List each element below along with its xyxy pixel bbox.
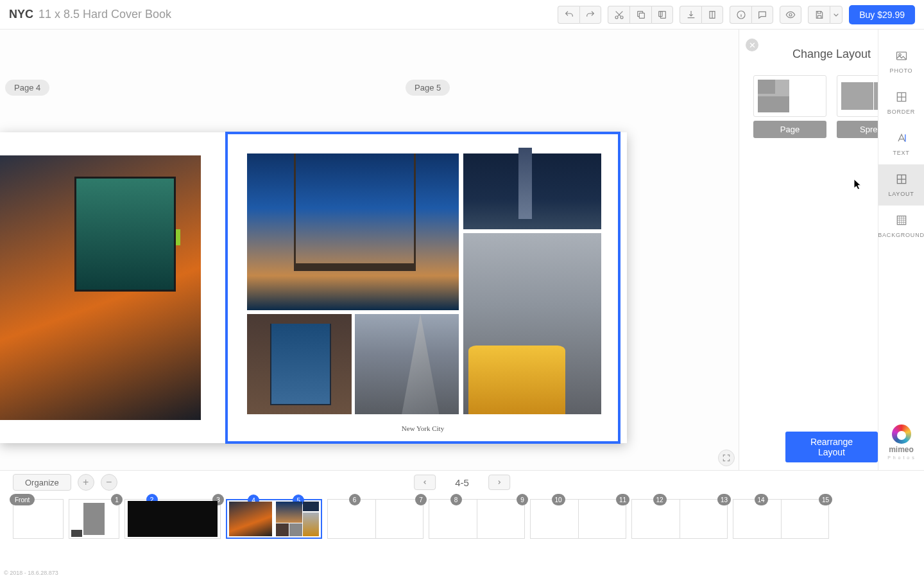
page-label-left: Page 4 [5,80,49,96]
page-4[interactable] [0,132,229,443]
remove-page-button[interactable]: − [101,474,117,491]
project-name: NYC [9,8,33,21]
footer-copyright: © 2018 - 18.6.28.873 [4,570,58,576]
rail-text-label: TEXT [893,150,909,156]
filmstrip: Organize + − 4-5 Front 1 2 3 4 5 67 89 1… [0,470,924,578]
chat-button[interactable] [751,6,773,24]
editor-canvas[interactable]: Page 4 Page 5 New York City [0,30,739,470]
background-icon [895,214,908,228]
page-caption[interactable]: New York City [228,425,618,432]
thumb-badge: 11 [616,494,629,505]
thumb-badge: 9 [517,494,528,505]
rail-layout-label: LAYOUT [888,191,914,197]
photo-street-taxis[interactable] [463,233,601,414]
copy-button[interactable] [629,6,651,24]
close-panel-button[interactable]: ✕ [746,39,758,51]
brand-name: mimeo [889,445,914,454]
brand-sub: P h o t o s [887,455,914,460]
rail-background-label: BACKGROUND [878,232,924,238]
layout-page-label: Page [753,121,826,138]
thumb-badge: Front [10,494,35,505]
preview-button[interactable] [780,6,801,24]
next-spread-button[interactable] [488,475,510,490]
thumb-badge: 8 [450,494,462,505]
undo-button[interactable] [558,6,579,24]
rail-border[interactable]: BORDER [878,82,925,123]
thumb-badge: 13 [717,494,731,505]
save-menu-button[interactable] [830,6,843,24]
rail-photo[interactable]: PHOTO [878,41,925,82]
layout-option-page[interactable]: Page [753,75,826,138]
layout-icon [895,173,908,187]
thumb-badge: 10 [552,494,565,505]
product-spec: 11 x 8.5 Hard Cover Book [38,8,171,21]
prev-spread-button[interactable] [414,475,436,490]
text-icon [895,132,908,146]
fit-to-screen-button[interactable] [718,450,735,466]
thumb-14-15[interactable]: 1415 [733,499,829,539]
rail-background[interactable]: BACKGROUND [878,206,925,247]
buy-button[interactable]: Buy $29.99 [849,5,915,24]
thumb-4-5-selected[interactable]: 4 5 [226,499,322,539]
import-button[interactable] [680,6,701,24]
thumb-badge: 12 [653,494,667,505]
add-page-button[interactable]: + [78,474,94,491]
redo-button[interactable] [579,6,601,24]
thumb-badge: 15 [819,494,832,505]
thumb-badge: 1 [111,494,123,505]
page4-photo-times-square[interactable] [0,155,201,420]
top-toolbar: NYC 11 x 8.5 Hard Cover Book Buy $29.99 [0,0,924,30]
brand-logo: mimeo P h o t o s [878,425,925,460]
organize-button[interactable]: Organize [13,474,71,491]
save-button[interactable] [808,6,830,24]
thumb-6-7[interactable]: 67 [327,499,424,539]
cut-button[interactable] [608,6,629,24]
svg-rect-3 [660,11,665,18]
info-button[interactable] [730,6,751,24]
thumb-8-9[interactable]: 89 [429,499,525,539]
page-5-selected[interactable]: New York City [226,132,620,443]
rail-layout[interactable]: LAYOUT [878,164,925,206]
rail-border-label: BORDER [887,109,915,115]
layout-page-preview [753,75,826,117]
thumb-badge: 7 [415,494,427,505]
photo-icon [895,49,908,64]
page-label-right: Page 5 [406,80,450,96]
thumb-1[interactable]: 1 [69,499,119,539]
thumbnail-strip[interactable]: Front 1 2 3 4 5 67 89 1011 1213 1415 [0,494,924,539]
rearrange-layout-button[interactable]: Rearrange Layout [785,432,878,462]
border-icon [895,91,908,105]
svg-point-6 [789,13,792,16]
photo-flatiron[interactable] [355,314,459,414]
svg-rect-2 [639,13,644,18]
thumb-front[interactable]: Front [13,499,64,539]
thumb-2-3[interactable]: 2 3 [124,499,221,539]
thumb-12-13[interactable]: 1213 [631,499,728,539]
photo-manhattan-bridge[interactable] [247,153,459,310]
current-page-range: 4-5 [455,477,469,488]
thumb-badge: 6 [349,494,361,505]
paste-button[interactable] [651,6,673,24]
photo-skyline-night[interactable] [463,153,601,229]
rail-photo-label: PHOTO [890,67,913,74]
book-settings-button[interactable] [701,6,723,24]
tool-rail: PHOTO BORDER TEXT LAYOUT BACKGROUND mime… [878,30,924,470]
rail-text[interactable]: TEXT [878,123,925,164]
thumb-10-11[interactable]: 1011 [530,499,626,539]
thumb-badge: 14 [755,494,768,505]
photo-dumbo-bridge[interactable] [247,314,352,414]
